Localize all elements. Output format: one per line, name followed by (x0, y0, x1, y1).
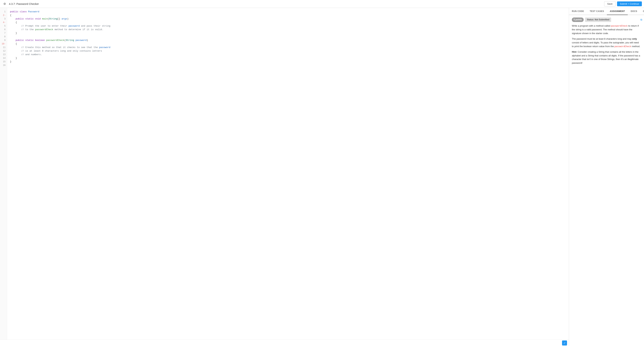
para2-bold: only (632, 38, 637, 40)
status-badge: Status: Not Submitted (585, 18, 611, 22)
code-line: // Create this method so that it checks … (10, 46, 566, 49)
para1-code1: passwordCheck (611, 25, 628, 27)
assignment-para1: Write a program with a method called pas… (572, 24, 641, 35)
code-line: // is at least 8 characters long and onl… (10, 49, 566, 53)
code-line: // and numbers. (10, 53, 566, 56)
tab-assignment[interactable]: ASSIGNMENT (607, 8, 628, 15)
code-line (10, 35, 566, 38)
editor-area: 12-34-5678910-111213141516 public class … (0, 8, 569, 346)
line-num: 3 (0, 17, 7, 21)
code-line: // Prompt the user to enter their passwo… (10, 24, 566, 28)
save-button[interactable]: Save (604, 1, 616, 6)
line-num: 8 (0, 35, 7, 38)
code-line: } (10, 32, 566, 35)
assignment-para2: The password must be at least 8 characte… (572, 37, 641, 48)
external-link-button[interactable]: ⧉ (640, 18, 642, 21)
para2-pre: The password must be at least 8 characte… (572, 38, 632, 40)
submit-button[interactable]: Submit + Continue (617, 2, 642, 6)
topbar: ⚙ 4.3.7: Password Checker Save Submit + … (0, 0, 644, 8)
line-numbers: 12-34-5678910-111213141516 (0, 8, 7, 340)
code-line: } (10, 60, 566, 64)
code-line: { (10, 21, 566, 24)
para2-code: passwordCheck (614, 45, 631, 48)
line-num: 2- (0, 14, 7, 17)
tab-grade[interactable]: GRADE (640, 8, 644, 15)
line-num: 13 (0, 53, 7, 56)
assignment-para3: Hint: Consider creating a String that co… (572, 50, 641, 65)
line-num: 10- (0, 42, 7, 46)
tab-run-code[interactable]: RUN CODE (569, 8, 587, 15)
page-title: 4.3.7: Password Checker (9, 2, 604, 5)
gear-icon: ⚙ (4, 2, 6, 6)
code-line: { (10, 42, 566, 46)
tab-bar: RUN CODETEST CASESASSIGNMENTDOCSGRADEMOR… (569, 8, 644, 15)
line-num: 16 (0, 64, 7, 67)
code-line (10, 64, 566, 67)
code-line: } (10, 56, 566, 60)
line-num: 15 (0, 60, 7, 64)
para2-post2: method. (631, 45, 640, 48)
line-num: 7 (0, 32, 7, 35)
main-layout: 12-34-5678910-111213141516 public class … (0, 8, 644, 346)
right-panel: RUN CODETEST CASESASSIGNMENTDOCSGRADEMOR… (569, 8, 644, 346)
line-num: 9 (0, 38, 7, 42)
points-badge: 5 points (572, 18, 584, 22)
topbar-actions: Save Submit + Continue (604, 1, 642, 6)
code-line: public class Password (10, 10, 566, 14)
para1-pre: Write a program with a method called (572, 24, 611, 27)
gear-button[interactable]: ⚙ (2, 2, 7, 6)
line-num: 4- (0, 21, 7, 24)
code-editor[interactable]: public class Password{ public static voi… (7, 8, 569, 340)
bottom-bar: ⤢ (0, 340, 569, 346)
code-line: public static void main(String[] args) (10, 17, 566, 21)
assignment-content: 5 points Status: Not Submitted Write a p… (569, 15, 644, 346)
code-container[interactable]: 12-34-5678910-111213141516 public class … (0, 8, 569, 340)
expand-icon: ⤢ (564, 342, 566, 344)
line-num: 12 (0, 49, 7, 53)
para3-post: : Consider creating a String that contai… (572, 50, 640, 64)
tab-test-cases[interactable]: TEST CASES (587, 8, 607, 15)
para3-bold: Hint (572, 50, 576, 53)
code-line: // to the passwordCheck method to determ… (10, 28, 566, 32)
line-num: 1 (0, 10, 7, 14)
line-num: 14 (0, 56, 7, 60)
line-num: 11 (0, 46, 7, 49)
expand-button[interactable]: ⤢ (562, 340, 567, 346)
code-line: public static boolean passwordCheck(Stri… (10, 38, 566, 42)
line-num: 5 (0, 24, 7, 28)
tab-docs[interactable]: DOCS (628, 8, 640, 15)
badge-row: 5 points Status: Not Submitted (572, 18, 641, 22)
code-line: { (10, 14, 566, 17)
line-num: 6 (0, 28, 7, 32)
